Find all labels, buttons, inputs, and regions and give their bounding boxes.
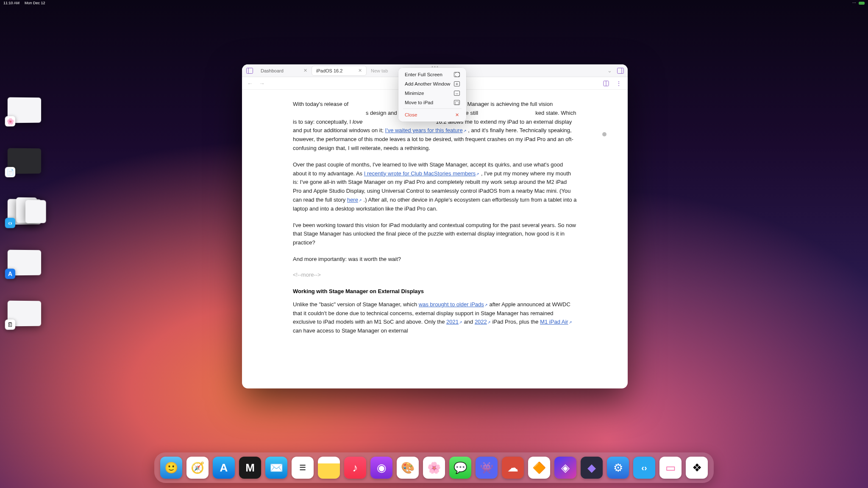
close-icon[interactable]: ✕: [358, 68, 362, 73]
external-link-icon: ↗: [569, 320, 572, 324]
stage-thumb[interactable]: A: [8, 250, 41, 276]
section-heading: Working with Stage Manager on External D…: [293, 288, 577, 294]
stage-manager-strip: 🌸 📄 ‹› A 🗓: [8, 97, 42, 326]
paragraph: Unlike the "basic" version of Stage Mana…: [293, 300, 577, 336]
dock-shortcuts[interactable]: ◈: [554, 457, 576, 479]
dock-podcasts[interactable]: ◉: [370, 457, 392, 479]
window-grabber-icon[interactable]: [432, 66, 438, 67]
dock-reminders[interactable]: ☰: [292, 457, 314, 479]
paragraph: I've been working toward this vision for…: [293, 221, 577, 247]
calendar-icon: 🗓: [5, 319, 15, 330]
dock-finder[interactable]: 🙂: [160, 457, 182, 479]
reader-icon[interactable]: [602, 80, 610, 87]
fullscreen-icon: ⛶: [454, 72, 460, 77]
close-icon[interactable]: ✕: [303, 68, 307, 73]
link-club-macstories[interactable]: I recently wrote for Club MacStories mem…: [364, 170, 476, 177]
dock-app3[interactable]: ⚙: [607, 457, 629, 479]
menu-label: Minimize: [405, 91, 424, 96]
sidebar-toggle-icon[interactable]: [245, 67, 254, 75]
tab-label: New tab: [371, 68, 388, 73]
stage-thumb[interactable]: 🌸: [8, 97, 41, 123]
external-link-icon: ↗: [476, 172, 479, 176]
external-link-icon: ↗: [487, 320, 491, 324]
scroll-indicator-icon[interactable]: [602, 132, 606, 136]
photos-icon: 🌸: [5, 116, 15, 127]
stage-thumb[interactable]: ‹›: [8, 199, 41, 225]
document-icon: 📄: [5, 167, 15, 177]
menu-label: Move to iPad: [405, 100, 433, 105]
external-link-icon: ↗: [359, 198, 362, 202]
dock-matter[interactable]: M: [239, 457, 261, 479]
external-link-icon: ↗: [484, 303, 488, 307]
stage-thumb[interactable]: 📄: [8, 148, 41, 174]
paragraph: Over the past couple of months, I've lea…: [293, 161, 577, 214]
tab-label: Dashboard: [261, 68, 284, 73]
tab-dashboard[interactable]: Dashboard ✕: [256, 66, 312, 76]
dock-app2[interactable]: 🔶: [528, 457, 550, 479]
menu-move-to-ipad[interactable]: Move to iPad ▢: [401, 98, 464, 107]
tab-label: iPadOS 16.2: [316, 68, 342, 73]
external-link-icon: ↗: [463, 129, 467, 133]
article-content: With today's release of iPadOS 16.2, ext…: [242, 90, 628, 388]
dock-music[interactable]: ♪: [344, 457, 366, 479]
svg-rect-0: [247, 68, 253, 73]
tab-ipados[interactable]: iPadOS 16.2 ✕: [312, 66, 367, 76]
dock-notes[interactable]: [318, 457, 340, 479]
menu-enter-fullscreen[interactable]: Enter Full Screen ⛶: [401, 70, 464, 79]
link-older-ipads[interactable]: was brought to older iPads: [419, 301, 484, 308]
split-view-icon[interactable]: [617, 67, 624, 75]
link-waited-years[interactable]: I've waited years for this feature: [385, 127, 463, 133]
menu-label: Add Another Window: [405, 81, 450, 86]
ipad-icon: ▢: [454, 100, 460, 105]
window-context-menu: Enter Full Screen ⛶ Add Another Window +…: [398, 68, 466, 122]
chevron-down-icon[interactable]: ⌄: [606, 67, 613, 75]
dock-mail[interactable]: ✉️: [265, 457, 287, 479]
back-icon[interactable]: ←: [247, 80, 254, 87]
menu-close[interactable]: Close ✕: [401, 110, 464, 119]
link-2022[interactable]: 2022: [475, 319, 487, 325]
dock-freeform[interactable]: 🎨: [397, 457, 419, 479]
appstore-icon: A: [5, 269, 15, 279]
dock: 🙂 🧭 A M ✉️ ☰ ♪ ◉ 🎨 🌸 💬 👾 ☁ 🔶 ◈ ◆ ⚙ ‹› ▭ …: [154, 452, 714, 483]
link-here[interactable]: here: [347, 197, 358, 203]
menubar-dots-icon: ⋯: [852, 1, 856, 5]
svg-rect-2: [618, 68, 624, 73]
dock-photos[interactable]: 🌸: [423, 457, 445, 479]
menu-label: Enter Full Screen: [405, 72, 442, 77]
dock-obsidian[interactable]: ◆: [581, 457, 603, 479]
menubar-date: Mon Dec 12: [25, 1, 45, 5]
external-link-icon: ↗: [459, 320, 462, 324]
dock-safari[interactable]: 🧭: [186, 457, 209, 479]
battery-icon: [859, 2, 865, 5]
code-icon: ‹›: [5, 218, 15, 228]
tab-new[interactable]: New tab: [367, 68, 392, 73]
link-2021[interactable]: 2021: [446, 319, 459, 325]
dock-app1[interactable]: ☁: [502, 457, 524, 479]
close-icon: ✕: [454, 112, 460, 117]
menubar-time: 11:10 AM: [3, 1, 19, 5]
menu-divider: [403, 108, 462, 109]
paragraph: And more importantly: was it worth the w…: [293, 255, 577, 264]
more-icon[interactable]: ⋮: [615, 80, 623, 87]
menu-label: Close: [405, 112, 417, 117]
stage-thumb[interactable]: 🗓: [8, 301, 41, 327]
menu-add-window[interactable]: Add Another Window +: [401, 79, 464, 89]
dock-messages[interactable]: 💬: [449, 457, 471, 479]
link-m1-ipad-air[interactable]: M1 iPad Air: [540, 319, 568, 325]
menu-minimize[interactable]: Minimize –: [401, 89, 464, 98]
add-window-icon: +: [454, 81, 460, 86]
minimize-icon: –: [454, 91, 460, 96]
forward-icon[interactable]: →: [259, 80, 266, 87]
html-comment: <!--more-->: [293, 272, 577, 278]
dock-appstore[interactable]: A: [213, 457, 235, 479]
dock-vscode[interactable]: ‹›: [633, 457, 655, 479]
dock-app5[interactable]: ❖: [686, 457, 708, 479]
dock-discord[interactable]: 👾: [476, 457, 498, 479]
dock-app4[interactable]: ▭: [659, 457, 682, 479]
menubar: 11:10 AM Mon Dec 12 ⋯: [0, 0, 868, 6]
